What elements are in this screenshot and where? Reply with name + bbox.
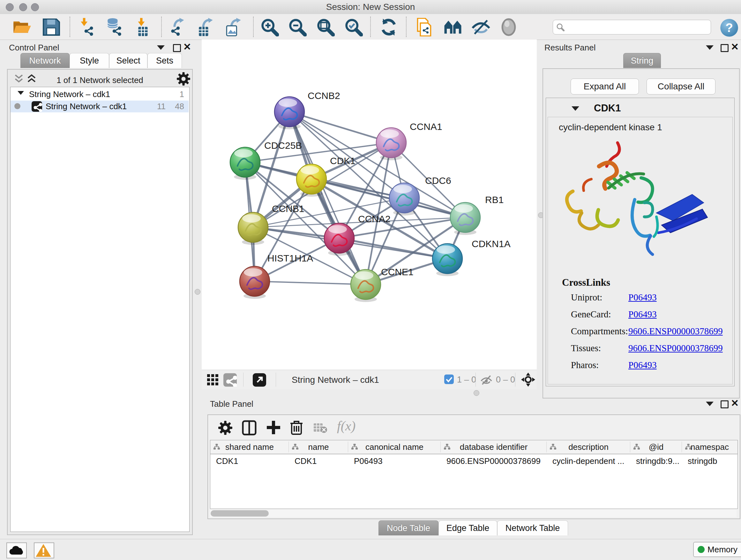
network-list: String Network – cdk1 1 String Network –…	[10, 87, 190, 532]
birds-eye-view-icon[interactable]	[521, 372, 536, 387]
column-header-description[interactable]: description	[547, 440, 630, 454]
column-header--id[interactable]: @id	[630, 440, 682, 454]
memory-button[interactable]: Memory	[693, 542, 741, 557]
network-overview-icon[interactable]	[444, 18, 462, 37]
grid-view-icon[interactable]	[207, 374, 219, 386]
warning-status-button[interactable]	[34, 543, 54, 558]
table-horizontal-scrollbar[interactable]	[210, 509, 737, 517]
network-edge[interactable]	[255, 281, 366, 285]
network-canvas[interactable]: CCNB2CCNA1CDC25BCDK1CDC6RB1CCNB1CCNA2CDK…	[202, 40, 537, 370]
open-in-window-icon[interactable]	[253, 373, 266, 387]
cloud-status-button[interactable]	[6, 543, 27, 558]
scrollbar-thumb[interactable]	[211, 510, 269, 516]
open-session-icon[interactable]	[13, 18, 31, 37]
left-splitter-handle[interactable]	[195, 289, 200, 295]
network-row[interactable]: String Network – cdk1 11 48	[10, 101, 189, 112]
tab-node-table[interactable]: Node Table	[379, 520, 439, 536]
create-column-icon[interactable]	[266, 420, 281, 435]
network-node-ccne1[interactable]	[351, 269, 381, 302]
hidden-eye-icon[interactable]	[480, 374, 493, 385]
tab-sets[interactable]: Sets	[147, 53, 182, 68]
import-table-icon[interactable]	[134, 18, 152, 37]
import-network-icon[interactable]	[78, 18, 96, 37]
search-input[interactable]	[567, 21, 709, 33]
tab-network[interactable]: Network	[20, 53, 70, 68]
cdk1-expand-icon[interactable]	[571, 106, 579, 111]
tab-style[interactable]: Style	[70, 53, 109, 68]
collapse-all-button[interactable]: Collapse All	[647, 78, 716, 95]
table-cell[interactable]: stringdb	[688, 456, 736, 466]
export-table-icon[interactable]	[196, 18, 214, 37]
network-edge[interactable]	[289, 112, 391, 143]
network-node-hist1h1a[interactable]	[240, 266, 270, 299]
table-cell[interactable]: P06493	[354, 456, 439, 466]
results-panel-float-icon[interactable]	[721, 44, 729, 52]
collection-expand-icon[interactable]	[17, 91, 24, 95]
tab-string[interactable]: String	[623, 53, 661, 68]
table-cell[interactable]: stringdb:9...	[636, 456, 680, 466]
network-type-icon	[31, 101, 42, 112]
network-node-ccnb1[interactable]	[238, 212, 268, 245]
crosslink-link[interactable]: P06493	[628, 309, 657, 320]
help-icon[interactable]: ?	[720, 18, 738, 37]
network-node-ccna1[interactable]	[376, 128, 406, 160]
zoom-fit-icon[interactable]	[316, 18, 335, 37]
tab-edge-table[interactable]: Edge Table	[439, 520, 497, 536]
column-header-label: database identifier	[441, 442, 547, 452]
table-panel-menu-icon[interactable]	[706, 401, 714, 406]
import-network-from-database-icon[interactable]	[105, 18, 123, 37]
save-session-icon[interactable]	[42, 18, 61, 37]
column-header-name[interactable]: name	[289, 440, 348, 454]
export-image-icon[interactable]	[224, 18, 243, 37]
crosslink-link[interactable]: P06493	[628, 360, 657, 370]
results-panel-menu-icon[interactable]	[706, 45, 714, 50]
hide-selected-icon[interactable]	[472, 18, 490, 37]
network-node-cdc6[interactable]	[389, 183, 419, 215]
show-all-icon[interactable]	[499, 18, 518, 37]
results-panel-close-icon[interactable]: ✕	[731, 43, 739, 51]
control-panel-menu-icon[interactable]	[157, 45, 165, 50]
table-cell[interactable]: 9606.ENSP00000378699	[447, 456, 545, 466]
zoom-in-icon[interactable]	[260, 18, 279, 37]
show-columns-icon[interactable]	[242, 420, 257, 435]
table-options-gear-icon[interactable]	[218, 421, 232, 435]
column-header-database-identifier[interactable]: database identifier	[441, 440, 547, 454]
column-header-shared-name[interactable]: shared name	[210, 440, 289, 454]
zoom-out-icon[interactable]	[288, 18, 307, 37]
export-network-icon[interactable]	[169, 18, 187, 37]
delete-column-icon[interactable]	[290, 420, 303, 435]
network-node-cdc25b[interactable]	[230, 147, 260, 180]
table-cell[interactable]: CDK1	[294, 456, 346, 466]
network-badge-icon[interactable]	[223, 373, 237, 387]
table-cell[interactable]: CDK1	[216, 456, 287, 466]
zoom-selected-icon[interactable]	[344, 18, 363, 37]
result-entry-name[interactable]: CDK1	[594, 103, 621, 114]
tab-network-table[interactable]: Network Table	[497, 520, 568, 536]
bottom-splitter-handle[interactable]	[474, 390, 479, 396]
crosslink-link[interactable]: 9606.ENSP00000378699	[628, 326, 723, 336]
network-options-gear-icon[interactable]	[177, 72, 190, 85]
crosslink-link[interactable]: P06493	[628, 292, 657, 303]
function-builder-icon[interactable]: f(x)	[337, 418, 355, 434]
expand-all-button[interactable]: Expand All	[570, 78, 639, 95]
column-header-canonical-name[interactable]: canonical name	[348, 440, 441, 454]
selected-checkbox-icon[interactable]	[444, 374, 454, 384]
network-graph[interactable]: CCNB2CCNA1CDC25BCDK1CDC6RB1CCNB1CCNA2CDK…	[202, 40, 537, 370]
delete-table-icon[interactable]	[313, 422, 327, 434]
network-collection-row[interactable]: String Network – cdk1 1	[10, 88, 189, 100]
table-panel-close-icon[interactable]: ✕	[731, 399, 739, 408]
refresh-icon[interactable]	[380, 18, 398, 37]
tab-select[interactable]: Select	[109, 53, 147, 68]
network-from-selection-icon[interactable]	[415, 18, 433, 37]
network-node-rb1[interactable]	[450, 202, 480, 235]
table-panel-float-icon[interactable]	[721, 400, 729, 408]
crosslink-label: Pharos:	[571, 360, 599, 370]
search-field[interactable]	[553, 20, 711, 35]
crosslink-link[interactable]: 9606.ENSP00000378699	[628, 343, 723, 354]
network-node-cdkn1a[interactable]	[432, 244, 462, 276]
column-header-namespac[interactable]: namespac	[682, 440, 738, 454]
control-panel-close-icon[interactable]: ✕	[183, 43, 191, 51]
node-table[interactable]: shared namenamecanonical namedatabase id…	[210, 440, 738, 509]
table-cell[interactable]: cyclin-dependent ...	[552, 456, 628, 466]
control-panel-float-icon[interactable]	[173, 44, 181, 52]
